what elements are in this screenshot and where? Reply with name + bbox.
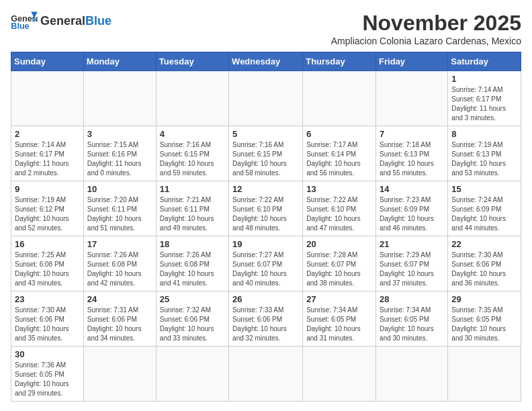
day-28: 28 Sunrise: 7:34 AMSunset: 6:05 PMDaylig…: [376, 291, 448, 347]
calendar-row-3: 9 Sunrise: 7:19 AMSunset: 6:12 PMDayligh…: [11, 181, 521, 236]
day-26: 26 Sunrise: 7:33 AMSunset: 6:06 PMDaylig…: [229, 291, 303, 347]
header-tuesday: Tuesday: [156, 52, 228, 71]
day-25: 25 Sunrise: 7:32 AMSunset: 6:06 PMDaylig…: [156, 291, 228, 347]
day-2: 2 Sunrise: 7:14 AMSunset: 6:17 PMDayligh…: [11, 126, 84, 181]
day-9: 9 Sunrise: 7:19 AMSunset: 6:12 PMDayligh…: [11, 181, 84, 236]
day-21: 21 Sunrise: 7:29 AMSunset: 6:07 PMDaylig…: [376, 236, 448, 291]
calendar-table: Sunday Monday Tuesday Wednesday Thursday…: [11, 52, 521, 402]
title-area: November 2025 Ampliacion Colonia Lazaro …: [331, 11, 521, 46]
logo-text: GeneralBlue: [40, 14, 112, 28]
weekday-header-row: Sunday Monday Tuesday Wednesday Thursday…: [11, 52, 521, 71]
empty-cell: [83, 347, 156, 402]
day-4: 4 Sunrise: 7:16 AMSunset: 6:15 PMDayligh…: [156, 126, 228, 181]
day-29: 29 Sunrise: 7:35 AMSunset: 6:05 PMDaylig…: [448, 291, 521, 347]
empty-cell: [376, 347, 448, 402]
location-subtitle: Ampliacion Colonia Lazaro Cardenas, Mexi…: [331, 36, 521, 46]
empty-cell: [303, 347, 376, 402]
day-11: 11 Sunrise: 7:21 AMSunset: 6:11 PMDaylig…: [156, 181, 228, 236]
header-wednesday: Wednesday: [229, 52, 303, 71]
calendar-row-5: 23 Sunrise: 7:30 AMSunset: 6:06 PMDaylig…: [11, 291, 521, 347]
header-saturday: Saturday: [448, 52, 521, 71]
day-24: 24 Sunrise: 7:31 AMSunset: 6:06 PMDaylig…: [83, 291, 156, 347]
day-22: 22 Sunrise: 7:30 AMSunset: 6:06 PMDaylig…: [448, 236, 521, 291]
header-friday: Friday: [376, 52, 448, 71]
empty-cell: [229, 71, 303, 126]
day-19: 19 Sunrise: 7:27 AMSunset: 6:07 PMDaylig…: [229, 236, 303, 291]
calendar-row-1: 1 Sunrise: 7:14 AMSunset: 6:17 PMDayligh…: [11, 71, 521, 126]
day-6: 6 Sunrise: 7:17 AMSunset: 6:14 PMDayligh…: [303, 126, 376, 181]
empty-cell: [156, 347, 228, 402]
day-16: 16 Sunrise: 7:25 AMSunset: 6:08 PMDaylig…: [11, 236, 84, 291]
day-10: 10 Sunrise: 7:20 AMSunset: 6:11 PMDaylig…: [83, 181, 156, 236]
day-12: 12 Sunrise: 7:22 AMSunset: 6:10 PMDaylig…: [229, 181, 303, 236]
empty-cell: [11, 71, 84, 126]
day-7: 7 Sunrise: 7:18 AMSunset: 6:13 PMDayligh…: [376, 126, 448, 181]
day-15: 15 Sunrise: 7:24 AMSunset: 6:09 PMDaylig…: [448, 181, 521, 236]
calendar-row-4: 16 Sunrise: 7:25 AMSunset: 6:08 PMDaylig…: [11, 236, 521, 291]
day-18: 18 Sunrise: 7:26 AMSunset: 6:08 PMDaylig…: [156, 236, 228, 291]
day-5: 5 Sunrise: 7:16 AMSunset: 6:15 PMDayligh…: [229, 126, 303, 181]
logo: General Blue GeneralBlue: [11, 11, 112, 31]
empty-cell: [448, 347, 521, 402]
logo-icon: General Blue: [11, 11, 38, 31]
day-3: 3 Sunrise: 7:15 AMSunset: 6:16 PMDayligh…: [83, 126, 156, 181]
day-30: 30 Sunrise: 7:36 AMSunset: 6:05 PMDaylig…: [11, 347, 84, 402]
empty-cell: [156, 71, 228, 126]
day-14: 14 Sunrise: 7:23 AMSunset: 6:09 PMDaylig…: [376, 181, 448, 236]
day-20: 20 Sunrise: 7:28 AMSunset: 6:07 PMDaylig…: [303, 236, 376, 291]
svg-text:Blue: Blue: [11, 21, 29, 31]
header-monday: Monday: [83, 52, 156, 71]
empty-cell: [376, 71, 448, 126]
empty-cell: [83, 71, 156, 126]
month-title: November 2025: [331, 11, 521, 36]
empty-cell: [303, 71, 376, 126]
calendar-row-2: 2 Sunrise: 7:14 AMSunset: 6:17 PMDayligh…: [11, 126, 521, 181]
day-1: 1 Sunrise: 7:14 AMSunset: 6:17 PMDayligh…: [448, 71, 521, 126]
day-23: 23 Sunrise: 7:30 AMSunset: 6:06 PMDaylig…: [11, 291, 84, 347]
day-13: 13 Sunrise: 7:22 AMSunset: 6:10 PMDaylig…: [303, 181, 376, 236]
header-thursday: Thursday: [303, 52, 376, 71]
day-8: 8 Sunrise: 7:19 AMSunset: 6:13 PMDayligh…: [448, 126, 521, 181]
day-17: 17 Sunrise: 7:26 AMSunset: 6:08 PMDaylig…: [83, 236, 156, 291]
calendar-row-6: 30 Sunrise: 7:36 AMSunset: 6:05 PMDaylig…: [11, 347, 521, 402]
day-27: 27 Sunrise: 7:34 AMSunset: 6:05 PMDaylig…: [303, 291, 376, 347]
header-sunday: Sunday: [11, 52, 84, 71]
page-header: General Blue GeneralBlue November 2025 A…: [11, 11, 521, 46]
empty-cell: [229, 347, 303, 402]
